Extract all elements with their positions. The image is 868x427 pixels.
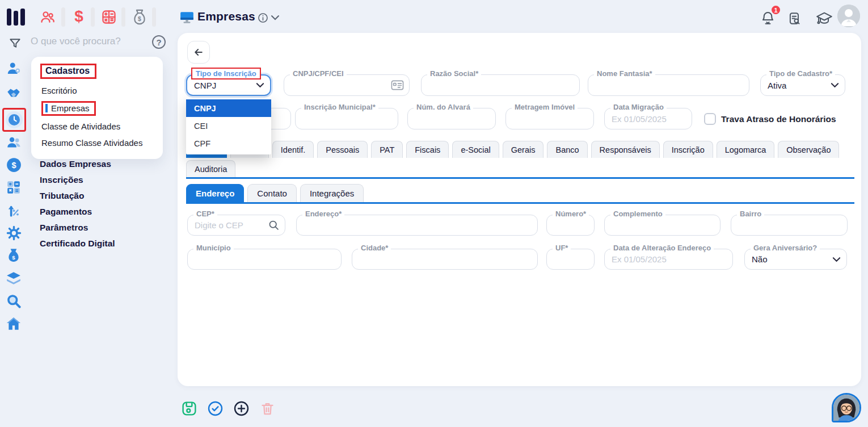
tab-logomarca[interactable]: Logomarca bbox=[717, 141, 775, 158]
sidebar-item-inscricoes[interactable]: Inscrições bbox=[40, 175, 115, 185]
sidebar-calculator-icon[interactable] bbox=[6, 179, 22, 195]
help-icon[interactable]: ? bbox=[152, 35, 166, 49]
tab-pessoais[interactable]: Pessoais bbox=[317, 141, 368, 158]
finance-icon[interactable]: $ bbox=[70, 7, 87, 26]
sidebar-item-dados-empresas[interactable]: Dados Empresas bbox=[40, 159, 115, 169]
search-input[interactable] bbox=[31, 36, 144, 47]
subtab-endereco[interactable]: Endereço bbox=[186, 184, 244, 202]
tipo-inscricao-select[interactable]: Tipo de Inscrição CNPJ bbox=[186, 74, 271, 96]
tipo-inscricao-label: Tipo de Inscrição bbox=[191, 68, 261, 79]
uf-input[interactable] bbox=[547, 249, 594, 269]
id-card-icon[interactable] bbox=[391, 79, 404, 93]
svg-text:$: $ bbox=[12, 254, 15, 261]
data-migracao-input[interactable] bbox=[605, 108, 692, 129]
check-circle-icon bbox=[207, 400, 224, 417]
endereco-label: Endereço* bbox=[302, 210, 344, 218]
brand-logo-icon[interactable] bbox=[6, 8, 26, 26]
cidade-input[interactable] bbox=[352, 249, 537, 269]
inscricao-municipal-input[interactable] bbox=[296, 108, 398, 129]
calculator-icon[interactable] bbox=[100, 9, 118, 26]
moneybag-icon[interactable]: $ bbox=[130, 8, 149, 26]
subtab-contato[interactable]: Contato bbox=[247, 184, 297, 202]
sidebar-handshake-icon[interactable] bbox=[6, 85, 22, 101]
confirm-button[interactable] bbox=[207, 400, 224, 417]
sidebar-search-icon[interactable] bbox=[6, 293, 22, 309]
sidebar-item-tributacao[interactable]: Tributação bbox=[40, 191, 115, 201]
sidebar-item-parametros[interactable]: Parâmetros bbox=[40, 223, 115, 233]
sidebar-item-resumo-classe-atividades[interactable]: Resumo Classe Atividades bbox=[40, 135, 154, 151]
tab-pat[interactable]: PAT bbox=[371, 141, 403, 158]
numero-input[interactable] bbox=[547, 215, 594, 235]
sidebar-dollar-circle-icon[interactable]: $ bbox=[6, 157, 22, 173]
dropdown-option-cnpj[interactable]: CNPJ bbox=[186, 99, 271, 117]
info-icon[interactable] bbox=[257, 12, 268, 23]
header-chevron-down-icon[interactable] bbox=[270, 14, 280, 22]
metragem-imovel-input[interactable] bbox=[506, 108, 593, 129]
tab-banco[interactable]: Banco bbox=[547, 141, 587, 158]
tab-inscricao[interactable]: Inscrição bbox=[663, 141, 713, 158]
main-tabs-row-1: Dados Datas Identif. Pessoais PAT Fiscai… bbox=[186, 141, 839, 158]
tab-identif[interactable]: Identif. bbox=[272, 141, 314, 158]
svg-text:$: $ bbox=[11, 161, 16, 170]
cep-search-icon[interactable] bbox=[268, 219, 280, 233]
gera-aniversario-value: Não bbox=[752, 254, 768, 264]
add-button[interactable] bbox=[233, 400, 250, 417]
annotation-box-empresas: Empresas bbox=[41, 101, 96, 116]
uf-label: UF* bbox=[553, 244, 571, 252]
delete-button[interactable] bbox=[259, 400, 276, 417]
sidebar-group-cadastros[interactable]: Cadastros bbox=[45, 66, 90, 76]
tipo-cadastro-select[interactable]: Tipo de Cadastro* Ativa bbox=[760, 74, 845, 96]
sidebar-user-settings-icon[interactable] bbox=[6, 60, 22, 76]
gera-aniversario-select[interactable]: Gera Aniversário? Não bbox=[744, 249, 847, 270]
trava-atraso-checkbox[interactable] bbox=[704, 113, 716, 125]
filter-icon[interactable] bbox=[7, 36, 22, 51]
sidebar-trending-up-icon[interactable] bbox=[6, 202, 22, 218]
nome-fantasia-field: Nome Fantasia* bbox=[588, 74, 749, 96]
sidebar-home-icon[interactable] bbox=[6, 316, 22, 332]
endereco-field: Endereço* bbox=[296, 215, 538, 236]
support-chat-avatar[interactable] bbox=[832, 393, 861, 422]
topbar-divider bbox=[152, 7, 156, 27]
sidebar-item-escritorio[interactable]: Escritório bbox=[40, 82, 154, 99]
municipio-input[interactable] bbox=[188, 249, 341, 269]
dropdown-option-cei[interactable]: CEI bbox=[186, 117, 271, 135]
num-alvara-label: Núm. do Alvará bbox=[414, 103, 473, 111]
sidebar-item-certificado-digital[interactable]: Certificado Digital bbox=[40, 238, 115, 249]
subtab-integracoes[interactable]: Integrações bbox=[300, 184, 364, 202]
dropdown-option-cpf[interactable]: CPF bbox=[186, 135, 271, 152]
razao-social-input[interactable] bbox=[422, 75, 579, 95]
municipio-field: Município bbox=[187, 249, 342, 270]
sidebar-item-classe-de-atividades[interactable]: Classe de Atividades bbox=[40, 118, 154, 135]
tab-observacao[interactable]: Observação bbox=[778, 141, 839, 158]
tab-auditoria[interactable]: Auditoria bbox=[186, 160, 235, 177]
sidebar-item-pagamentos[interactable]: Pagamentos bbox=[40, 207, 115, 217]
sidebar-gear-icon[interactable] bbox=[6, 225, 22, 241]
save-button[interactable] bbox=[180, 400, 197, 417]
sidebar-people-icon[interactable] bbox=[6, 134, 22, 150]
sidebar-layers-icon[interactable] bbox=[6, 270, 22, 286]
endereco-input[interactable] bbox=[297, 215, 537, 235]
razao-social-field: Razão Social* bbox=[421, 74, 580, 96]
complemento-input[interactable] bbox=[605, 215, 720, 235]
back-button[interactable] bbox=[187, 41, 210, 64]
logo-icon bbox=[6, 9, 26, 26]
tab-e-social[interactable]: e-Social bbox=[452, 141, 499, 158]
data-alteracao-endereco-input[interactable] bbox=[605, 249, 732, 269]
document-search-icon[interactable] bbox=[786, 10, 803, 27]
sidebar-moneybag-icon[interactable]: $ bbox=[6, 248, 22, 263]
sidebar-item-empresas[interactable]: Empresas bbox=[51, 103, 90, 113]
tab-gerais[interactable]: Gerais bbox=[503, 141, 544, 158]
uf-field: UF* bbox=[546, 249, 595, 270]
user-avatar[interactable] bbox=[837, 5, 860, 27]
tab-responsaveis[interactable]: Responsáveis bbox=[591, 141, 660, 158]
notifications-bell-icon[interactable]: 1 bbox=[759, 9, 776, 27]
back-arrow-icon bbox=[193, 47, 204, 58]
nome-fantasia-input[interactable] bbox=[588, 75, 749, 95]
chevron-down-icon bbox=[256, 82, 264, 88]
clients-icon[interactable] bbox=[39, 9, 57, 26]
cnpj-cpf-cei-input[interactable] bbox=[284, 75, 409, 95]
num-alvara-input[interactable] bbox=[408, 108, 495, 129]
tab-fiscais[interactable]: Fiscais bbox=[406, 141, 449, 158]
graduation-cap-icon[interactable] bbox=[815, 10, 834, 27]
bairro-input[interactable] bbox=[731, 215, 847, 235]
